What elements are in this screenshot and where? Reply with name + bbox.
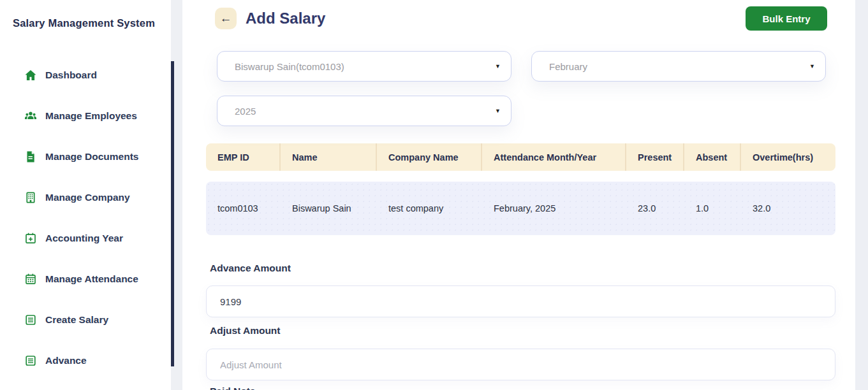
sidebar-item-label: Advance xyxy=(45,355,87,366)
sidebar-item-advance[interactable]: Advance xyxy=(0,340,171,381)
bulk-entry-button[interactable]: Bulk Entry xyxy=(746,6,827,31)
sidebar-item-accounting-year[interactable]: Accounting Year xyxy=(0,218,171,259)
sidebar-item-manage-report[interactable]: Manage Report xyxy=(0,381,171,390)
page-scrollbar-track[interactable] xyxy=(855,0,868,390)
table-row: tcom0103 Biswarup Sain test company Febr… xyxy=(206,182,835,235)
page-title: Add Salary xyxy=(246,10,325,27)
month-select[interactable]: February ▼ xyxy=(531,51,826,82)
sidebar-item-label: Manage Company xyxy=(45,192,130,203)
sidebar-item-manage-company[interactable]: Manage Company xyxy=(0,177,171,218)
document-icon xyxy=(24,150,37,163)
cell-emp-id: tcom0103 xyxy=(206,203,281,213)
column-header-absent: Absent xyxy=(684,143,741,171)
advance-amount-label: Advance Amount xyxy=(210,263,835,273)
cell-company-name: test company xyxy=(377,203,482,213)
column-header-company-name: Company Name xyxy=(377,143,482,171)
building-icon xyxy=(24,191,37,204)
back-button[interactable]: ← xyxy=(215,8,237,29)
table-header-row: EMP ID Name Company Name Attendance Mont… xyxy=(206,143,835,171)
column-header-overtime: Overtime(hrs) xyxy=(741,143,835,171)
cell-name: Biswarup Sain xyxy=(281,203,377,213)
sidebar: Salary Management System Dashboard Manag… xyxy=(0,0,171,390)
sidebar-item-dashboard[interactable]: Dashboard xyxy=(0,55,171,96)
chevron-down-icon: ▼ xyxy=(809,63,815,69)
sidebar-item-label: Manage Employees xyxy=(45,110,137,122)
sidebar-item-label: Dashboard xyxy=(45,69,97,81)
employee-select[interactable]: Biswarup Sain(tcom0103) ▼ xyxy=(217,51,511,82)
sidebar-nav: Dashboard Manage Employees xyxy=(0,55,171,390)
cell-attendance-month-year: February, 2025 xyxy=(482,203,626,213)
sidebar-item-manage-employees[interactable]: Manage Employees xyxy=(0,96,171,136)
year-select[interactable]: 2025 ▼ xyxy=(217,96,511,126)
adjust-amount-label: Adjust Amount xyxy=(210,325,835,336)
attendance-table: EMP ID Name Company Name Attendance Mont… xyxy=(206,143,835,235)
sidebar-item-label: Accounting Year xyxy=(45,233,123,244)
employee-select-value: Biswarup Sain(tcom0103) xyxy=(235,61,344,72)
chevron-down-icon: ▼ xyxy=(495,63,501,69)
column-header-present: Present xyxy=(626,143,684,171)
app-title: Salary Management System xyxy=(0,0,171,29)
chevron-down-icon: ▼ xyxy=(495,108,501,114)
sidebar-item-label: Manage Attendance xyxy=(45,273,138,285)
cell-overtime: 32.0 xyxy=(741,203,835,213)
year-select-value: 2025 xyxy=(235,106,256,117)
back-arrow-icon: ← xyxy=(220,11,232,25)
calendar-plus-icon xyxy=(24,232,37,245)
sidebar-item-manage-attendance[interactable]: Manage Attendance xyxy=(0,259,171,300)
page-header: ← Add Salary Bulk Entry xyxy=(215,3,827,34)
sidebar-item-label: Create Salary xyxy=(45,314,108,326)
clipboard-icon xyxy=(24,354,37,367)
advance-amount-input[interactable] xyxy=(206,285,835,317)
home-icon xyxy=(24,69,37,82)
column-header-name: Name xyxy=(281,143,377,171)
sidebar-scrollbar-thumb[interactable] xyxy=(171,61,174,366)
filter-selects: Biswarup Sain(tcom0103) ▼ February ▼ 202… xyxy=(217,51,826,126)
sidebar-item-create-salary[interactable]: Create Salary xyxy=(0,300,171,340)
clipboard-icon xyxy=(24,314,37,326)
main-content: ← Add Salary Bulk Entry Biswarup Sain(tc… xyxy=(182,0,855,390)
column-header-emp-id: EMP ID xyxy=(206,143,281,171)
adjust-amount-input[interactable] xyxy=(206,349,835,380)
cell-absent: 1.0 xyxy=(684,203,741,213)
month-select-value: February xyxy=(549,61,587,72)
users-icon xyxy=(24,110,37,122)
sidebar-item-label: Manage Documents xyxy=(45,151,138,162)
calendar-icon xyxy=(24,273,37,285)
cell-present: 23.0 xyxy=(626,203,684,213)
column-header-attendance-month-year: Attendance Month/Year xyxy=(482,143,626,171)
paid-note-label: Paid Note xyxy=(210,386,835,390)
sidebar-item-manage-documents[interactable]: Manage Documents xyxy=(0,136,171,177)
